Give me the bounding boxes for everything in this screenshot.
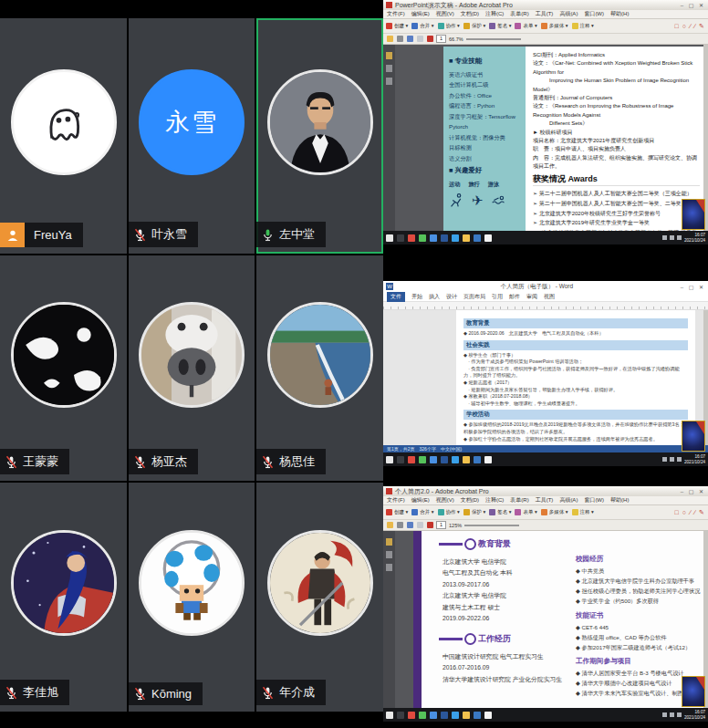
avatar-anime-art — [11, 530, 117, 636]
video-tile-yangsijia[interactable]: 杨思佳 — [256, 255, 383, 481]
resume-main-content: SCI期刊：Applied Informatics论文：《Car-Net: Co… — [526, 47, 703, 231]
screen-share-acrobat-ppt[interactable]: PowerPoint演示文稿 - Adobe Acrobat Pro – ▢ ✕… — [383, 0, 708, 244]
text-line: ➢ 第二十一届中国机器人及人工智能大赛全国一等奖、二等奖 — [533, 199, 700, 209]
video-tile-yangyajie[interactable]: 杨亚杰 — [129, 255, 255, 481]
text-line: 清华大学建筑设计研究院 产业化分院实习生 — [442, 674, 570, 685]
text-line: 2016.07-2016.09 — [442, 662, 570, 673]
search-icon — [397, 234, 404, 242]
video-tile-lijiaxu[interactable]: 李佳旭 — [0, 483, 127, 712]
page-number-field: 1 — [436, 35, 446, 43]
email-icon — [417, 522, 423, 528]
plane-icon: ✈ — [472, 192, 484, 208]
stop-icon — [427, 522, 433, 528]
section-body: ◆ 校学生会（部门干事） · 作为骨干成员参与组织策划 PowerPoint 培… — [463, 352, 688, 408]
text-line: ◆ 校学生会（部门干事） — [463, 352, 688, 359]
projects-heading: 工作期间参与项目 — [576, 657, 631, 666]
video-tile-yeyongxue[interactable]: 永雪 叶永雪 — [129, 18, 255, 254]
search-icon — [397, 456, 404, 463]
awards-title: 获奖情况 Awards — [533, 175, 700, 186]
red-app-icon — [408, 234, 415, 242]
window-title: 个人简历2.0 - Adobe Acrobat Pro — [395, 487, 489, 496]
mail-icon — [452, 234, 459, 242]
text-line: 审阅 — [526, 293, 537, 301]
avatar-ghost-doodle — [11, 69, 117, 175]
save-icon — [407, 36, 413, 42]
text-line: Pytorch — [449, 121, 523, 132]
mic-muted-icon — [261, 686, 275, 700]
windows-taskbar: 16:072021/10/24 — [383, 708, 708, 722]
text-line: ➢ 北京建筑大学2019年研究生学业奖学金一等奖 — [533, 218, 700, 228]
text-line: 全国计算机二级 — [449, 79, 523, 90]
text-line: 视图(V) — [436, 496, 454, 504]
screen-share-acrobat-resume[interactable]: 个人简历2.0 - Adobe Acrobat Pro – ▢ ✕ 文件(F)编… — [383, 486, 708, 722]
avatar-beach-photo — [267, 302, 373, 408]
awards-list: ➢ 第二十二届中国机器人及人工智能大赛全国二等奖（三项全能）➢ 第二十一届中国机… — [533, 189, 700, 231]
red-app-icon — [408, 712, 415, 719]
nameplate: 杨亚杰 — [129, 449, 198, 474]
work-entries: 中国建筑设计研究院 电气工程实习生2016.07-2016.09清华大学建筑设计… — [442, 651, 570, 685]
text-line: 电气工程及其自动化 本科 — [442, 567, 570, 578]
text-line: 文件(F) — [387, 496, 405, 504]
acrobat-icon — [484, 234, 492, 242]
text-line: 2019.09-2022.06 — [442, 613, 570, 624]
resume-page: 教育背景◆ 2016.09-2020.06 北京建筑大学 电气工程及其自动化（本… — [456, 310, 695, 445]
text-line: 注释(C) — [485, 10, 504, 18]
text-line: 论文：《Car-Net: Combined with Xception Weig… — [533, 59, 700, 77]
collaborate-icon: 协作 ▾ — [438, 509, 460, 515]
ribbon-tabs: 文件开始插入设计页面布局引用邮件审阅视图 — [383, 292, 708, 302]
avatar-initials: 永雪 — [139, 69, 245, 175]
stop-icon — [427, 36, 433, 42]
nameplate: FreuYa — [0, 223, 83, 247]
campus-heading: 校园经历 — [576, 555, 603, 564]
mic-muted-icon — [133, 455, 147, 469]
combine-icon: 合并 ▾ — [411, 23, 433, 29]
text-line: 开始 — [411, 293, 422, 301]
video-tile-nianjiecheng[interactable]: 年介成 — [256, 483, 383, 712]
text-line: 论文：《Research on Improving the Robustness… — [533, 102, 700, 120]
chrome-icon — [430, 712, 437, 719]
text-line: 编辑(E) — [411, 10, 430, 18]
floating-video-overlay — [682, 676, 705, 707]
mic-muted-icon — [133, 228, 147, 242]
participant-name: 李佳旭 — [23, 684, 58, 701]
save-icon — [407, 522, 413, 528]
open-icon — [387, 36, 393, 42]
text-line: 视图 — [544, 293, 555, 301]
find-field — [464, 525, 519, 526]
word-icon — [441, 712, 448, 719]
text-line: 深度学习框架：Tensorflow — [449, 111, 523, 122]
video-tile-zuozhongtang[interactable]: 左中堂 — [256, 18, 383, 254]
screen-share-word[interactable]: W 个人简历（电子版） - Word – ▢ ✕ 文件开始插入设计页面布局引用邮… — [383, 281, 708, 466]
section-header: 学校活动 — [463, 410, 688, 420]
ruler — [383, 302, 708, 310]
video-tile-freuya[interactable]: FreuYa — [0, 18, 127, 254]
zoom-level: 66.7% — [449, 36, 463, 42]
text-line: ◆ 北京建筑大学电信学院学生科办公室助理干事 — [576, 576, 702, 586]
work-heading: 工作经历 — [439, 633, 511, 645]
nav-panel-strip — [383, 45, 395, 231]
menu-bar: 文件(F)编辑(E)视图(V)文档(D)注释(C)表单(R)工具(T)高级(A)… — [383, 496, 708, 505]
wechat-icon — [419, 712, 426, 719]
text-line: 语义分割 — [449, 153, 523, 164]
text-line: 工具(T) — [536, 496, 554, 504]
nameplate: 李佳旭 — [0, 680, 69, 705]
menu-bar: 文件(F)编辑(E)视图(V)文档(D)注释(C)表单(R)工具(T)高级(A)… — [383, 10, 708, 19]
participant-name: 左中堂 — [279, 226, 315, 243]
nameplate: 左中堂 — [256, 222, 326, 247]
text-line: 文件 — [387, 292, 405, 302]
section-header: 社会实践 — [463, 340, 688, 350]
education-heading: 教育背景 — [439, 538, 511, 550]
nameplate: 年介成 — [256, 680, 326, 705]
text-line: 编程语言：Python — [449, 100, 523, 111]
blue-app-icon — [474, 456, 481, 463]
text-line: 2013.09-2017.06 — [442, 579, 570, 590]
print-icon — [397, 522, 403, 528]
video-tile-wangmengmeng[interactable]: 王蒙蒙 — [0, 255, 127, 481]
text-line: 窗口(W) — [584, 496, 604, 504]
nav-panel-strip — [383, 531, 395, 708]
text-line: 设计 — [446, 293, 457, 301]
window-title: PowerPoint演示文稿 - Adobe Acrobat Pro — [395, 1, 513, 10]
mic-muted-icon — [5, 455, 18, 469]
video-tile-koming[interactable]: Kŏming — [129, 483, 255, 712]
system-tray: 16:072021/10/24 — [662, 710, 705, 719]
